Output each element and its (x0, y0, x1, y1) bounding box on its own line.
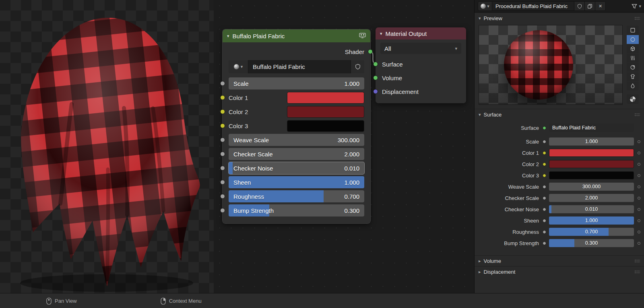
panel-grip-icon[interactable] (634, 17, 640, 20)
fake-user-button[interactable] (351, 60, 364, 73)
input-row-checker-scale: Checker Scale 2.000 (229, 148, 364, 160)
roughness-slider[interactable]: Roughness 0.700 (229, 190, 364, 202)
weave-scale-field[interactable]: 300.000 (549, 183, 634, 191)
sheen-slider[interactable]: Sheen 1.000 (229, 176, 364, 188)
world-checker-icon (630, 96, 636, 102)
bump-strength-input-socket[interactable] (220, 208, 225, 213)
animate-decorator[interactable] (638, 163, 640, 166)
material-browse-button[interactable]: ▾ (229, 60, 248, 73)
shader-socket-dot (543, 126, 546, 130)
panel-grip-icon[interactable] (634, 259, 640, 263)
animate-decorator[interactable] (638, 219, 640, 222)
animate-decorator[interactable] (638, 231, 640, 233)
fake-user-button[interactable] (574, 2, 585, 10)
shader-output-socket[interactable] (368, 49, 373, 54)
panel-grip-icon[interactable] (634, 270, 640, 274)
volume-section: ▸ Volume (475, 255, 644, 266)
preview-shaderball-button[interactable] (627, 63, 639, 72)
chevron-down-icon[interactable]: ▾ (639, 4, 641, 8)
volume-input-socket[interactable] (373, 75, 378, 80)
unlink-button[interactable]: ✕ (595, 2, 605, 10)
scale-field[interactable]: 1.000 (549, 137, 634, 146)
material-name-field[interactable]: Buffalo Plaid Fabric (248, 60, 351, 73)
preview-world-button[interactable] (627, 94, 639, 104)
bump-strength-slider[interactable]: Bump Strength 0.300 (229, 204, 364, 216)
weave-scale-input-socket[interactable] (220, 137, 225, 142)
animate-decorator[interactable] (638, 174, 640, 177)
surface-shader-row: Surface Buffalo Plaid Fabric (479, 123, 640, 133)
weave-scale-field[interactable]: Weave Scale 300.000 (229, 134, 364, 146)
surface-section-header[interactable]: ▾ Surface (475, 109, 644, 120)
3d-viewport[interactable] (0, 0, 214, 293)
flat-plane-icon (630, 27, 636, 33)
displacement-section-header[interactable]: ▸ Displacement (475, 266, 644, 277)
chevron-down-icon: ▾ (455, 46, 457, 51)
panel-grip-icon[interactable] (634, 113, 640, 117)
preview-sphere-button[interactable] (627, 35, 639, 44)
output-target-dropdown[interactable]: All ▾ (380, 43, 461, 54)
node-title: Material Output (386, 30, 427, 37)
roughness-input-socket[interactable] (220, 194, 225, 199)
input-row-color2: Color 2 (229, 106, 364, 118)
group-node-header[interactable]: ▾ Buffalo Plaid Fabric (223, 29, 370, 42)
checker-noise-field[interactable]: Checker Noise 0.010 (229, 162, 364, 174)
color2-input-socket[interactable] (220, 109, 225, 114)
color2-swatch[interactable] (549, 160, 634, 168)
bump-strength-slider[interactable]: 0.300 (549, 239, 634, 247)
preview-hair-button[interactable] (627, 54, 639, 62)
volume-section-header[interactable]: ▸ Volume (475, 256, 644, 266)
input-row-scale: Scale 1.000 (229, 77, 364, 89)
roughness-slider[interactable]: 0.700 (549, 228, 634, 236)
color2-swatch[interactable] (287, 106, 364, 118)
preview-fluid-button[interactable] (627, 81, 639, 90)
scale-field[interactable]: Scale 1.000 (229, 77, 364, 89)
color3-swatch[interactable] (287, 120, 364, 132)
node-title: Buffalo Plaid Fabric (233, 33, 285, 40)
preview-section-header[interactable]: ▾ Preview (475, 13, 644, 23)
node-material-output[interactable]: ▾ Material Output All ▾ Surface Volume (376, 27, 466, 103)
checker-scale-field[interactable]: Checker Scale 2.000 (229, 148, 364, 160)
sheen-input-socket[interactable] (220, 180, 225, 185)
input-row-sheen: Sheen 1.000 (229, 176, 364, 188)
checker-noise-field[interactable]: 0.010 (549, 205, 634, 213)
color1-swatch[interactable] (287, 92, 364, 104)
animate-decorator[interactable] (638, 208, 640, 211)
surface-shader-field[interactable]: Buffalo Plaid Fabric (549, 124, 634, 132)
filter-funnel-icon[interactable] (631, 3, 638, 9)
surface-input-socket[interactable] (373, 62, 378, 67)
properties-header: ▾ Procedural Buffalo Plaid Fabric ✕ ▾ (475, 0, 644, 12)
animate-decorator[interactable] (638, 152, 640, 154)
animate-decorator[interactable] (638, 242, 640, 245)
displacement-input-socket[interactable] (373, 89, 378, 94)
animate-decorator[interactable] (638, 197, 640, 200)
preview-cube-button[interactable] (627, 44, 639, 53)
checker-scale-field[interactable]: 2.000 (549, 194, 634, 202)
color1-input-socket[interactable] (220, 95, 225, 100)
shader-node-editor[interactable]: ▾ Buffalo Plaid Fabric Shader ▾ Buffalo … (214, 0, 474, 293)
chevron-right-icon: ▸ (479, 270, 481, 274)
checker-noise-input-socket[interactable] (220, 166, 225, 171)
chevron-down-icon: ▾ (479, 16, 481, 21)
collapse-chevron-icon[interactable]: ▾ (380, 31, 382, 36)
material-browse-button[interactable]: ▾ (478, 2, 492, 10)
output-node-header[interactable]: ▾ Material Output (376, 27, 466, 40)
displacement-input-row: Displacement (376, 85, 466, 98)
material-name-field[interactable]: Procedural Buffalo Plaid Fabric (492, 2, 574, 10)
checker-scale-input-socket[interactable] (220, 152, 225, 156)
collapse-chevron-icon[interactable]: ▾ (227, 34, 229, 38)
animate-decorator[interactable] (638, 185, 640, 188)
duplicate-button[interactable] (585, 2, 595, 10)
preview-section: ▾ Preview (475, 12, 644, 105)
node-buffalo-plaid-fabric[interactable]: ▾ Buffalo Plaid Fabric Shader ▾ Buffalo … (223, 29, 370, 223)
color1-swatch[interactable] (549, 149, 634, 157)
scale-input-socket[interactable] (220, 81, 225, 86)
chevron-down-icon: ▾ (241, 65, 243, 69)
preview-flat-button[interactable] (627, 26, 639, 35)
color3-input-socket[interactable] (220, 123, 225, 128)
weave-scale-row: Weave Scale 300.000 (479, 182, 640, 191)
sheen-slider[interactable]: 1.000 (549, 216, 634, 225)
animate-decorator[interactable] (638, 140, 640, 143)
status-bar: Pan View Context Menu (0, 293, 644, 308)
color3-swatch[interactable] (549, 171, 634, 179)
preview-cloth-button[interactable] (627, 72, 639, 81)
